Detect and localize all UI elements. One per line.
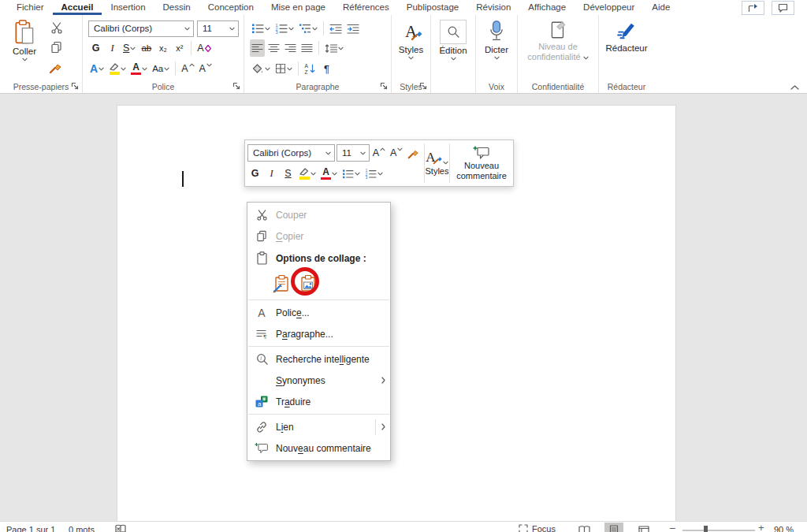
- highlight-color-button[interactable]: [107, 60, 128, 77]
- styles-button[interactable]: A Styles: [392, 20, 430, 60]
- align-center-button[interactable]: [266, 39, 281, 57]
- mini-bullet-list-button[interactable]: [340, 165, 362, 182]
- line-spacing-button[interactable]: [323, 39, 345, 57]
- mini-font-name-combo[interactable]: Calibri (Corps): [247, 144, 335, 162]
- justify-button[interactable]: [299, 39, 314, 57]
- caret-down-icon: [206, 63, 212, 67]
- numbered-list-button[interactable]: 123: [273, 20, 296, 37]
- mini-font-size-combo[interactable]: 11: [337, 144, 370, 162]
- tab-accueil[interactable]: Accueil: [53, 0, 102, 15]
- menu-item-police[interactable]: A Police...: [247, 302, 390, 323]
- dialog-launcher-clipboard[interactable]: [70, 81, 80, 91]
- share-button[interactable]: [742, 1, 764, 15]
- editor-button[interactable]: Rédacteur: [599, 20, 654, 53]
- proofing-status-icon[interactable]: [115, 524, 126, 532]
- font-size-combo[interactable]: 11: [197, 20, 239, 37]
- ribbon-group-privacy: Niveau de confidentialité Confidentialit…: [518, 15, 599, 93]
- paste-button[interactable]: Coller: [2, 20, 47, 61]
- mini-font-color-button[interactable]: A: [319, 165, 339, 182]
- mini-underline-button[interactable]: S: [281, 165, 296, 182]
- collapse-ribbon-button[interactable]: [790, 85, 799, 90]
- mini-highlight-button[interactable]: [297, 165, 318, 182]
- dialog-launcher-font[interactable]: [232, 81, 241, 91]
- zoom-in-button[interactable]: +: [758, 522, 764, 532]
- tab-revision[interactable]: Révision: [467, 0, 519, 15]
- tab-publipostage[interactable]: Publipostage: [398, 0, 468, 15]
- zoom-slider-thumb[interactable]: [704, 526, 708, 532]
- mini-shrink-font-button[interactable]: A: [389, 144, 404, 162]
- dialog-launcher-styles[interactable]: [418, 81, 428, 91]
- format-painter-button[interactable]: [49, 61, 63, 77]
- increase-indent-button[interactable]: [345, 20, 361, 37]
- chevron-down-icon: [443, 161, 448, 165]
- new-comment-icon: [473, 146, 490, 159]
- split-divider: [375, 419, 376, 435]
- mini-numbered-list-button[interactable]: 123: [363, 165, 385, 182]
- grow-font-button[interactable]: A: [180, 60, 195, 77]
- change-case-button[interactable]: Aa: [151, 60, 171, 77]
- align-left-button[interactable]: [250, 39, 265, 57]
- borders-button[interactable]: [273, 60, 294, 77]
- shading-button[interactable]: [250, 60, 272, 77]
- bullet-list-button[interactable]: [250, 20, 272, 37]
- menu-item-paragraphe[interactable]: ¶ Paragraphe...: [247, 323, 390, 344]
- decrease-indent-button[interactable]: [328, 20, 344, 37]
- zoom-out-button[interactable]: −: [669, 522, 675, 532]
- tab-mise-en-page[interactable]: Mise en page: [262, 0, 334, 15]
- font-name-combo[interactable]: Calibri (Corps): [88, 20, 194, 37]
- chevron-down-icon: [338, 47, 344, 50]
- chevron-down-icon: [130, 47, 136, 50]
- menu-item-nouveau-commentaire[interactable]: Nouveau commentaire: [247, 437, 390, 459]
- superscript-button[interactable]: x²: [172, 39, 187, 57]
- italic-button[interactable]: I: [105, 39, 120, 57]
- zoom-level[interactable]: 90 %: [774, 525, 794, 532]
- zoom-slider-track[interactable]: [682, 530, 755, 531]
- cut-button[interactable]: [50, 22, 63, 34]
- web-layout-button[interactable]: [634, 523, 653, 532]
- dictate-button[interactable]: Dicter: [476, 20, 517, 60]
- mini-grow-font-button[interactable]: A: [371, 144, 387, 162]
- sort-button[interactable]: AZ: [303, 60, 318, 77]
- page-indicator[interactable]: Page 1 sur 1: [6, 525, 55, 532]
- tab-insertion[interactable]: Insertion: [102, 0, 154, 15]
- font-color-button[interactable]: A: [129, 60, 149, 77]
- tab-references[interactable]: Références: [334, 0, 398, 15]
- underline-button[interactable]: S: [121, 39, 137, 57]
- mini-bold-button[interactable]: G: [247, 165, 262, 182]
- mini-styles-button[interactable]: A Styles: [425, 140, 450, 186]
- tab-conception[interactable]: Conception: [199, 0, 262, 15]
- edition-button[interactable]: Édition: [431, 20, 475, 61]
- tab-developpeur[interactable]: Développeur: [575, 0, 643, 15]
- group-label-privacy: Confidentialité: [518, 82, 598, 91]
- tab-dessin[interactable]: Dessin: [154, 0, 199, 15]
- print-layout-button[interactable]: [604, 523, 623, 532]
- mini-italic-button[interactable]: I: [264, 165, 279, 182]
- strikethrough-button[interactable]: ab: [139, 39, 154, 57]
- tab-aide[interactable]: Aide: [643, 0, 679, 15]
- word-count[interactable]: 0 mots: [69, 525, 95, 532]
- show-formatting-marks-button[interactable]: ¶: [319, 60, 334, 77]
- subscript-button[interactable]: x₂: [155, 39, 170, 57]
- tab-affichage[interactable]: Affichage: [519, 0, 575, 15]
- focus-mode-button[interactable]: Focus: [519, 524, 556, 532]
- translate-glyph: a: [255, 396, 268, 407]
- align-right-button[interactable]: [283, 39, 298, 57]
- comments-button[interactable]: [772, 1, 794, 15]
- mini-format-painter-button[interactable]: [406, 144, 422, 162]
- bold-button[interactable]: G: [88, 39, 103, 57]
- menu-item-recherche-intelligente[interactable]: i Recherche intelligente: [247, 348, 390, 370]
- shrink-font-button[interactable]: A: [198, 60, 214, 77]
- menu-item-traduire[interactable]: a Traduire: [247, 391, 390, 412]
- menu-item-lien[interactable]: Lien: [247, 416, 390, 437]
- dialog-launcher-paragraph[interactable]: [379, 81, 389, 91]
- multilevel-list-button[interactable]: [297, 20, 319, 37]
- text-effects-button[interactable]: A: [88, 60, 106, 77]
- mini-new-comment-button[interactable]: Nouveau commentaire: [450, 140, 513, 186]
- paste-keep-source-formatting-button[interactable]: [271, 273, 292, 294]
- read-mode-button[interactable]: [575, 523, 593, 532]
- menu-item-synonymes[interactable]: Synonymes: [247, 370, 390, 391]
- clear-formatting-button[interactable]: A: [195, 39, 212, 57]
- copy-button[interactable]: [50, 41, 62, 54]
- chevron-down-icon: [451, 57, 456, 61]
- tab-fichier[interactable]: Fichier: [8, 0, 53, 15]
